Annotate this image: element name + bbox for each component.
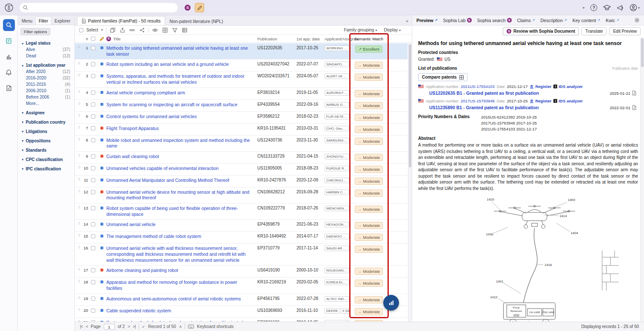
academy-icon[interactable]: [603, 5, 611, 11]
drag-handle-icon[interactable]: ⠿: [77, 74, 82, 77]
applicant-chip[interactable]: PURDUE RESE…: [325, 166, 349, 171]
applicant-chip[interactable]: ZHONGYUAN…: [325, 154, 349, 159]
table-row[interactable]: ⠿ 18 Apparatus and method for removing o…: [75, 277, 407, 294]
last-page-button[interactable]: >|: [133, 324, 135, 329]
semantic-match-badge[interactable]: →Moderate: [355, 308, 383, 315]
table-icon[interactable]: [181, 27, 188, 34]
table-row[interactable]: ⠿ 14 Unmanned aerial vehicle EP4359879 2…: [75, 220, 407, 232]
applicant-chip[interactable]: KOREA ELECT…: [325, 280, 349, 285]
scrollbar-thumb[interactable]: [641, 38, 644, 67]
scrollbar-thumb[interactable]: [409, 44, 411, 167]
applicant-chip[interactable]: ALERT VENTU…: [325, 74, 349, 79]
table-row[interactable]: ⠿ 6 Control systems for unmanned aerial …: [75, 112, 407, 124]
settings-icon[interactable]: [634, 17, 640, 23]
filter-item-2006-2010[interactable]: 2006-2010(1): [21, 87, 71, 93]
filter-section-assignee[interactable]: ▼ Assignee: [21, 110, 71, 115]
semantic-match-badge[interactable]: →Moderate: [355, 296, 383, 303]
help-icon[interactable]: ?: [590, 4, 597, 11]
account-menu[interactable]: ▾: [630, 4, 640, 11]
preview-tab-sophia-search[interactable]: Sophia searchS: [477, 18, 512, 23]
patent-title-link[interactable]: Flight Transport Apparatus: [106, 126, 257, 132]
row-checkbox[interactable]: [91, 178, 95, 182]
drag-handle-icon[interactable]: ⠿: [77, 166, 82, 170]
applicant-chip[interactable]: AURORA FLIG…: [325, 90, 349, 96]
insights-fab-button[interactable]: [383, 295, 399, 311]
announcements-icon[interactable]: [617, 5, 624, 11]
eye-icon[interactable]: [152, 27, 159, 34]
row-checkbox[interactable]: [91, 138, 95, 142]
applicant-chip[interactable]: SAMSUNG EL…: [325, 138, 349, 143]
table-row[interactable]: ⠿ 16 Unmanned aerial vehicle with wall t…: [75, 243, 407, 266]
filter-section-cpc-classification[interactable]: ▼ CPC classification: [21, 157, 71, 162]
rail-notebook-button[interactable]: [3, 35, 15, 47]
semantic-match-badge[interactable]: →Moderate: [355, 234, 383, 241]
row-checkbox[interactable]: [91, 91, 95, 95]
applicant-chip[interactable]: CHO, Geum Bae: [325, 126, 349, 131]
drag-handle-icon[interactable]: ⠿: [77, 45, 82, 49]
edit-preview-button[interactable]: Edit Preview: [609, 27, 641, 35]
application-number-link[interactable]: 2017US-15793948: [461, 99, 495, 103]
applicant-chip[interactable]: HEXAGON GE…: [325, 222, 349, 227]
filter-section-legal-status[interactable]: ▲ Legal status: [21, 41, 71, 45]
applicant-chip[interactable]: AIRBUS OPER…: [325, 102, 349, 108]
filter-section-standards[interactable]: ▼ Standards: [21, 148, 71, 153]
applicant-chip[interactable]: DAEWOO SHI…: [325, 234, 349, 239]
drag-handle-icon[interactable]: ⠿: [77, 190, 82, 193]
header-checkbox[interactable]: [91, 37, 95, 41]
export-icon[interactable]: [119, 27, 126, 34]
filter-tab-explorer[interactable]: Explorer: [51, 17, 73, 25]
table-row[interactable]: ⠿ 9 Curtain wall cleaning robot CN113133…: [75, 152, 407, 164]
row-checkbox[interactable]: [91, 246, 95, 250]
semantic-match-badge[interactable]: →Moderate: [355, 222, 383, 229]
patent-title-link[interactable]: Unmanned Aerial Manipulator and Controll…: [106, 178, 257, 184]
table-row[interactable]: ⠿ 19 Autonomous and semi-autonomous cont…: [75, 294, 407, 306]
select-button[interactable]: Select: [86, 28, 98, 32]
semantic-match-badge[interactable]: →Moderate: [355, 178, 383, 185]
application-number-link[interactable]: 2021US-17554103: [461, 84, 495, 89]
table-row[interactable]: ⠿ 21 Systems and methods for detecting c…: [75, 318, 407, 322]
drag-handle-icon[interactable]: ⠿: [77, 268, 82, 272]
patent-title-link[interactable]: Airborne cleaning and painting robot: [106, 268, 257, 274]
row-checkbox[interactable]: [91, 74, 95, 78]
row-checkbox[interactable]: [91, 154, 95, 158]
compare-patents-button[interactable]: Compare patents: [418, 73, 467, 81]
filter-tab-menu[interactable]: Menu: [19, 17, 35, 25]
row-checkbox[interactable]: [91, 280, 95, 284]
filter-item-2016-2020[interactable]: 2016-2020(32): [21, 74, 71, 80]
patent-title-link[interactable]: Methods for using tethered unmanned aeri…: [106, 45, 257, 57]
keyboard-shortcuts-link[interactable]: Keyboard shortcuts: [197, 324, 234, 329]
applicant-chip[interactable]: WORKING DRONES: [325, 45, 349, 51]
filter-section-1st-application-year[interactable]: ▲ 1st application year: [21, 63, 71, 68]
table-row[interactable]: ⠿ 11 Unmanned Aerial Manipulator and Con…: [75, 175, 407, 187]
table-row[interactable]: ⠿ 12 Unmanned aerial vehicle device for …: [75, 187, 407, 204]
preview-tab-preview[interactable]: Preview↗: [416, 18, 437, 23]
table-row[interactable]: ⠿ 7 Flight Transport Apparatus KR10-1195…: [75, 124, 407, 136]
expand-panel-icon[interactable]: »: [402, 18, 412, 25]
display-dropdown[interactable]: Display ▾: [384, 28, 401, 32]
preview-tab-description[interactable]: Description↗: [540, 18, 567, 23]
semantic-match-badge[interactable]: →Moderate: [355, 268, 383, 275]
preview-scrollbar[interactable]: [640, 37, 644, 322]
drag-handle-icon[interactable]: ⠿: [77, 280, 82, 283]
applicant-chip[interactable]: SAUDI ARABIA…: [325, 246, 349, 251]
row-checkbox[interactable]: [91, 268, 95, 272]
select-all-checkbox[interactable]: [79, 28, 83, 32]
preview-settings-button[interactable]: [634, 17, 640, 23]
column-publication[interactable]: Publication: [257, 37, 296, 41]
drag-handle-icon[interactable]: ⠿: [77, 138, 82, 141]
results-tab-patent-families-fampat-50-resu[interactable]: Patent families (FamPat) - 50 results: [77, 16, 165, 25]
filter-item-after-2020[interactable]: After 2020(12): [21, 68, 71, 74]
patent-title-link[interactable]: Unmanned vehicles capable of environment…: [106, 166, 257, 172]
filter-section-litigations[interactable]: ▼ Litigations: [21, 129, 71, 134]
review-sophia-button[interactable]: S Review with Sophia Document: [503, 27, 579, 35]
applicant-chip[interactable]: X DEVEL…: [341, 308, 350, 314]
table-row[interactable]: ⠿ 20 Cable suspended robotic system US10…: [75, 306, 407, 318]
patent-title-link[interactable]: Unmanned aerial vehicle: [106, 222, 257, 228]
filter-item-2011-2015[interactable]: 2011-2015(4): [21, 80, 71, 87]
table-row[interactable]: ⠿ 17 Airborne cleaning and painting robo…: [75, 266, 407, 277]
applicant-chip[interactable]: HARBIN CLOU…: [325, 190, 349, 195]
semantic-match-badge[interactable]: →Moderate: [355, 206, 383, 213]
row-checkbox[interactable]: [91, 190, 95, 194]
rail-analytics-button[interactable]: [3, 51, 15, 62]
semantic-match-badge[interactable]: →Moderate: [355, 126, 383, 133]
